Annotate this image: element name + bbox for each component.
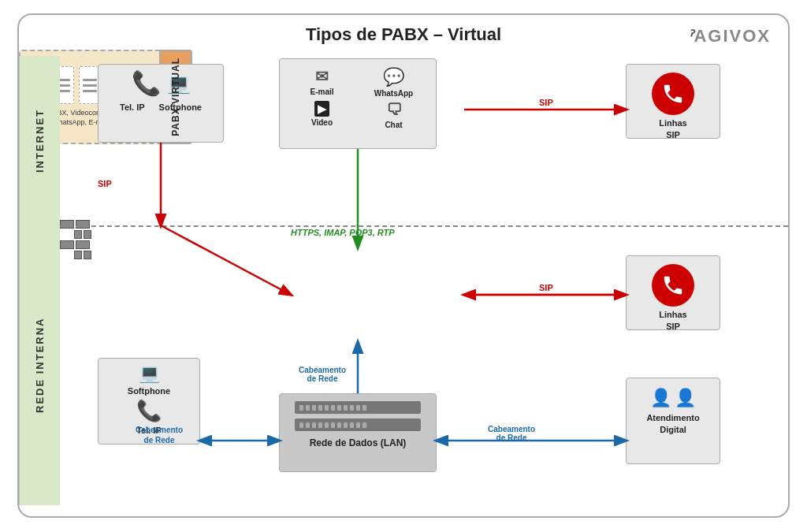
phone-sip-mid-icon — [661, 273, 685, 297]
video-icon: ▶ — [314, 101, 329, 117]
sip-left-label: SIP — [98, 179, 112, 188]
linhas-sip-top-label2: SIP — [631, 130, 715, 140]
lan-device-2 — [295, 419, 421, 431]
internet-rede-divider — [60, 225, 788, 227]
atendimento-digital-box: 👤 👤 Atendimento Digital — [626, 378, 720, 464]
zone-internet-label: INTERNET — [19, 56, 60, 225]
person-icon-2: 👤 — [675, 388, 696, 408]
atend-people-icons: 👤 👤 — [631, 388, 715, 408]
pabx-virtual-label: PABX VIRTUAL — [170, 58, 181, 136]
lan-label: Rede de Dados (LAN) — [284, 437, 431, 448]
linhas-sip-mid-box: Linhas SIP — [626, 255, 720, 330]
cabeamento-left-label: Cabeamento de Rede — [136, 425, 183, 445]
zone-rede-label: REDE INTERNA — [19, 225, 60, 505]
linhas-sip-mid-label1: Linhas — [631, 310, 715, 319]
chat-icon: 🗨 — [386, 101, 402, 119]
email-item: ✉ E-mail — [288, 67, 356, 98]
email-icon: ✉ — [315, 67, 329, 86]
whatsapp-icon: 💬 — [383, 67, 404, 87]
linhas-sip-top-label1: Linhas — [631, 118, 715, 128]
atend-label1: Atendimento — [631, 413, 715, 422]
sip-top-right-label: SIP — [539, 98, 553, 107]
whatsapp-item: 💬 WhatsApp — [359, 67, 428, 98]
tel-ip-top-label: Tel. IP — [120, 102, 145, 112]
page-title: Tipos de PABX – Virtual — [19, 15, 788, 50]
linhas-sip-mid-label2: SIP — [631, 322, 715, 331]
chat-item: 🗨 Chat — [359, 101, 428, 129]
softphone-bot-label: Softphone — [103, 386, 195, 396]
sip-mid-circle — [652, 264, 694, 307]
lan-box: Rede de Dados (LAN) — [279, 393, 437, 472]
svg-line-1 — [161, 225, 291, 295]
softphone-bot-icon: 💻 — [103, 363, 195, 384]
telip-softphone-top-box: 📞 💻 Tel. IP Softphone — [98, 64, 224, 143]
tel-ip-top-icon: 📞 — [132, 69, 161, 97]
linhas-sip-top-box: Linhas SIP — [626, 64, 720, 139]
logo: ˀAGIVOX — [687, 23, 771, 47]
tel-ip-bot-icon: 📞 — [103, 399, 195, 423]
lan-device-1 — [295, 401, 421, 414]
atend-label2: Digital — [631, 425, 715, 434]
person-icon-1: 👤 — [650, 388, 671, 408]
sip-top-circle — [652, 73, 694, 115]
video-item: ▶ Video — [288, 101, 356, 129]
firewall-icon — [60, 220, 93, 267]
https-label: HTTPS, IMAP, POP3, RTP — [291, 228, 395, 237]
cabeamento-top-label: Cabeamento de Rede — [299, 366, 346, 383]
sip-mid-right-label: SIP — [539, 283, 553, 292]
comm-box: ✉ E-mail 💬 WhatsApp ▶ Video 🗨 Chat — [279, 58, 437, 149]
cabeamento-right-label: Cabeamento de Rede — [488, 425, 535, 442]
phone-sip-top-icon — [661, 82, 685, 106]
main-container: Tipos de PABX – Virtual ˀAGIVOX INTERNET… — [17, 13, 790, 518]
